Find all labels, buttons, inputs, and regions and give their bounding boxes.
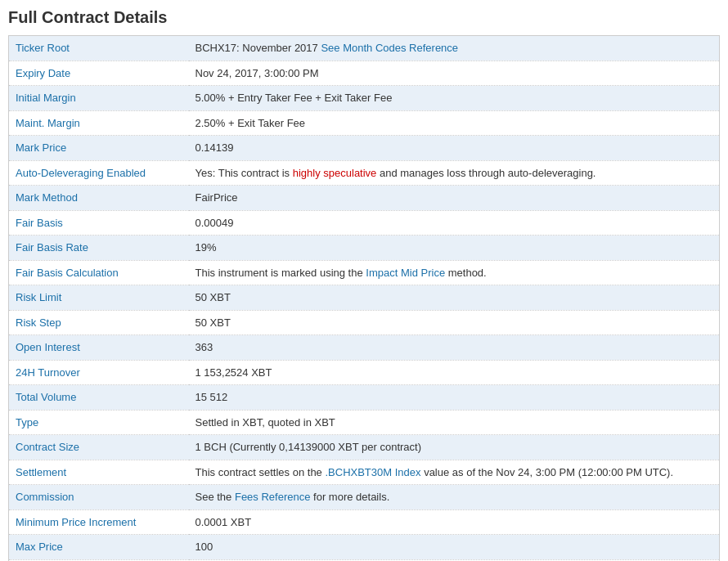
row-value: 19% <box>189 236 720 261</box>
table-row: CommissionSee the Fees Reference for mor… <box>9 485 720 510</box>
table-row: SettlementThis contract settles on the .… <box>9 460 720 485</box>
table-row: Max Price100 <box>9 535 720 560</box>
row-label: Minimum Price Increment <box>9 509 189 535</box>
row-label: Expiry Date <box>9 61 189 86</box>
row-label: Fair Basis <box>9 210 189 236</box>
table-row: Risk Limit50 XBT <box>9 285 720 311</box>
table-row: Initial Margin5.00% + Entry Taker Fee + … <box>9 86 720 111</box>
contract-details-table: Ticker RootBCHX17: November 2017 See Mon… <box>8 35 720 561</box>
row-label: Type <box>9 410 189 435</box>
row-value: BCHX17: November 2017 See Month Codes Re… <box>189 36 720 61</box>
page-title: Full Contract Details <box>8 8 720 27</box>
table-row: Risk Step50 XBT <box>9 310 720 335</box>
row-label: Maint. Margin <box>9 110 189 136</box>
row-label: Commission <box>9 485 189 510</box>
table-row: Minimum Price Increment0.0001 XBT <box>9 509 720 535</box>
row-value: Nov 24, 2017, 3:00:00 PM <box>189 61 720 86</box>
inline-link[interactable]: Fees Reference <box>235 491 311 503</box>
row-label: Fair Basis Calculation <box>9 260 189 285</box>
table-row: Mark MethodFairPrice <box>9 186 720 211</box>
row-value: Yes: This contract is highly speculative… <box>189 160 720 186</box>
row-value: 0.14139 <box>189 136 720 161</box>
table-row: Maint. Margin2.50% + Exit Taker Fee <box>9 110 720 136</box>
inline-link[interactable]: See Month Codes Reference <box>321 42 458 54</box>
row-label: Settlement <box>9 460 189 485</box>
row-value: 1 BCH (Currently 0,14139000 XBT per cont… <box>189 435 720 460</box>
table-row: 24H Turnover1 153,2524 XBT <box>9 360 720 385</box>
table-row: Contract Size1 BCH (Currently 0,14139000… <box>9 435 720 460</box>
row-value: This contract settles on the .BCHXBT30M … <box>189 460 720 485</box>
row-label: Fair Basis Rate <box>9 236 189 261</box>
row-value: 363 <box>189 335 720 361</box>
row-value: This instrument is marked using the Impa… <box>189 260 720 285</box>
row-value: 5.00% + Entry Taker Fee + Exit Taker Fee <box>189 86 720 111</box>
highlight-text: highly speculative <box>293 167 377 179</box>
row-label: Auto-Deleveraging Enabled <box>9 160 189 186</box>
inline-link[interactable]: .BCHXBT30M Index <box>325 466 420 478</box>
row-label: Risk Step <box>9 310 189 335</box>
row-value: Settled in XBT, quoted in XBT <box>189 410 720 435</box>
table-row: Auto-Deleveraging EnabledYes: This contr… <box>9 160 720 186</box>
table-row: Fair Basis CalculationThis instrument is… <box>9 260 720 285</box>
row-label: Mark Method <box>9 186 189 211</box>
row-value: 0.00049 <box>189 210 720 236</box>
row-value: 50 XBT <box>189 285 720 311</box>
row-label: Risk Limit <box>9 285 189 311</box>
row-value: FairPrice <box>189 186 720 211</box>
row-label: Contract Size <box>9 435 189 460</box>
table-row: Mark Price0.14139 <box>9 136 720 161</box>
row-value: 15 512 <box>189 385 720 411</box>
row-value: 1 153,2524 XBT <box>189 360 720 385</box>
inline-link[interactable]: Impact Mid Price <box>366 267 445 279</box>
row-value: 0.0001 XBT <box>189 509 720 535</box>
table-row: Total Volume15 512 <box>9 385 720 411</box>
table-row: Fair Basis0.00049 <box>9 210 720 236</box>
table-row: Ticker RootBCHX17: November 2017 See Mon… <box>9 36 720 61</box>
row-label: Mark Price <box>9 136 189 161</box>
row-label: Initial Margin <box>9 86 189 111</box>
row-label: Open Interest <box>9 335 189 361</box>
table-row: Expiry DateNov 24, 2017, 3:00:00 PM <box>9 61 720 86</box>
table-row: TypeSettled in XBT, quoted in XBT <box>9 410 720 435</box>
row-label: 24H Turnover <box>9 360 189 385</box>
row-label: Ticker Root <box>9 36 189 61</box>
row-value: See the Fees Reference for more details. <box>189 485 720 510</box>
row-value: 100 <box>189 535 720 560</box>
row-label: Total Volume <box>9 385 189 411</box>
row-value: 2.50% + Exit Taker Fee <box>189 110 720 136</box>
table-row: Open Interest363 <box>9 335 720 361</box>
row-value: 50 XBT <box>189 310 720 335</box>
table-row: Fair Basis Rate19% <box>9 236 720 261</box>
row-label: Max Price <box>9 535 189 560</box>
